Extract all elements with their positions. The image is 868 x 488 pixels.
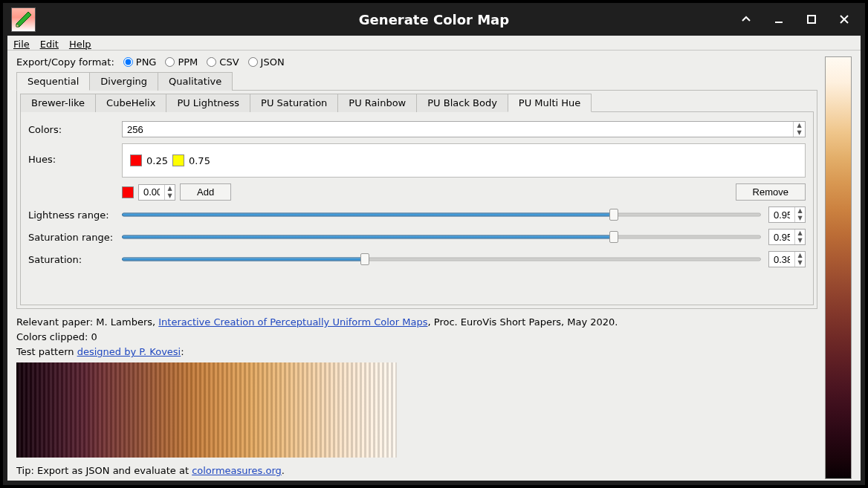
export-radio-png[interactable]: PNG xyxy=(123,56,157,68)
tip-line: Tip: Export as JSON and evaluate at colo… xyxy=(16,463,817,478)
export-format-row: Export/Copy format: PNG PPM CSV JSON xyxy=(16,56,817,68)
export-radio-csv[interactable]: CSV xyxy=(207,56,239,68)
remove-button[interactable]: Remove xyxy=(736,183,806,201)
clipped-line: Colors clipped: 0 xyxy=(16,330,817,345)
tab-diverging[interactable]: Diverging xyxy=(89,72,158,91)
tab-sequential[interactable]: Sequential xyxy=(16,72,90,91)
test-pattern-image xyxy=(16,362,397,458)
svg-marker-1 xyxy=(16,25,19,27)
hue-value-0: 0.25 xyxy=(146,155,168,166)
satrange-label: Saturation range: xyxy=(28,232,117,243)
hues-list: 0.25 0.75 xyxy=(122,143,806,178)
menu-edit[interactable]: Edit xyxy=(40,39,59,50)
tip-link[interactable]: colormeasures.org xyxy=(192,465,282,476)
add-hue-swatch[interactable] xyxy=(122,186,134,198)
saturation-label: Saturation: xyxy=(28,254,117,265)
colors-label: Colors: xyxy=(28,124,117,135)
lightness-label: Lightness range: xyxy=(28,209,117,221)
tabs-method: Brewer-like CubeHelix PU Lightness PU Sa… xyxy=(20,94,814,112)
satrange-value[interactable]: ▲▼ xyxy=(768,229,806,245)
tab-brewerlike[interactable]: Brewer-like xyxy=(20,94,96,112)
hue-swatch-0[interactable] xyxy=(130,154,142,166)
colormap-preview xyxy=(825,56,852,479)
test-pattern-line: Test pattern designed by P. Kovesi: xyxy=(16,345,817,360)
tabs-main: Sequential Diverging Qualitative xyxy=(16,72,817,91)
titlebar: Generate Color Map xyxy=(3,3,865,36)
lightness-slider[interactable] xyxy=(122,207,761,222)
tab-pu-multihue[interactable]: PU Multi Hue xyxy=(508,94,592,112)
lightness-value[interactable]: ▲▼ xyxy=(768,206,806,223)
paper-line: Relevant paper: M. Lambers, Interactive … xyxy=(16,315,817,330)
app-icon xyxy=(11,7,36,32)
add-button[interactable]: Add xyxy=(180,183,231,201)
saturation-value[interactable]: ▲▼ xyxy=(768,251,806,267)
tab-pu-blackbody[interactable]: PU Black Body xyxy=(416,94,508,112)
saturation-slider[interactable] xyxy=(122,252,761,267)
hue-swatch-1[interactable] xyxy=(172,154,184,166)
tab-cubehelix[interactable]: CubeHelix xyxy=(95,94,166,112)
paper-link[interactable]: Interactive Creation of Perceptually Uni… xyxy=(158,316,427,328)
tab-pu-rainbow[interactable]: PU Rainbow xyxy=(337,94,417,112)
svg-rect-3 xyxy=(808,16,815,23)
pencil-icon xyxy=(15,10,33,28)
maximize-button[interactable] xyxy=(795,3,828,36)
menu-help[interactable]: Help xyxy=(69,39,91,50)
expand-button[interactable] xyxy=(730,3,762,36)
test-pattern-link[interactable]: designed by P. Kovesi xyxy=(77,346,181,357)
tab-qualitative[interactable]: Qualitative xyxy=(158,72,233,91)
satrange-slider[interactable] xyxy=(122,230,761,244)
tab-pu-lightness[interactable]: PU Lightness xyxy=(166,94,250,112)
export-label: Export/Copy format: xyxy=(16,56,114,68)
close-button[interactable] xyxy=(828,3,861,36)
colors-input[interactable]: ▲▼ xyxy=(122,121,806,137)
hues-label: Hues: xyxy=(28,143,117,165)
tab-pu-saturation[interactable]: PU Saturation xyxy=(250,94,338,112)
export-radio-json[interactable]: JSON xyxy=(248,56,285,68)
export-radio-ppm[interactable]: PPM xyxy=(165,56,198,68)
menu-file[interactable]: File xyxy=(13,39,30,50)
add-hue-value[interactable]: ▲▼ xyxy=(138,184,175,201)
menubar: File Edit Help xyxy=(7,36,861,51)
hue-value-1: 0.75 xyxy=(189,155,210,166)
minimize-button[interactable] xyxy=(762,3,795,36)
